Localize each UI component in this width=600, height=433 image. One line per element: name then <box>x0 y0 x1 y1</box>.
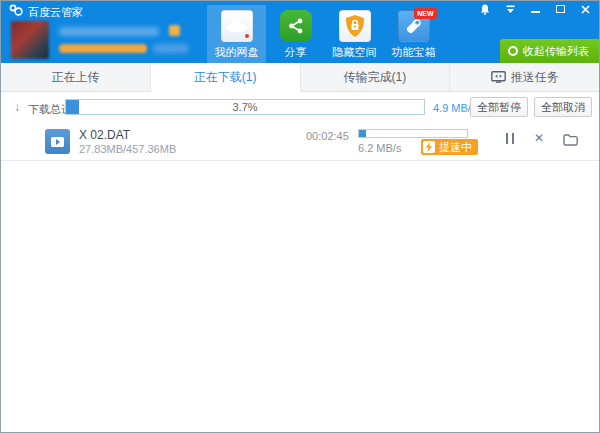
notification-bell-icon[interactable] <box>479 3 491 15</box>
username-blurred <box>59 27 159 36</box>
pause-all-button[interactable]: 全部暂停 <box>470 97 528 117</box>
empty-list-area <box>1 162 599 432</box>
avatar[interactable] <box>11 21 49 59</box>
tab-completed[interactable]: 传输完成(1) <box>301 63 451 92</box>
nav-item-hidden-space[interactable]: 隐藏空间 <box>325 5 384 63</box>
lock-shield-icon <box>339 10 371 42</box>
boost-label: 提速中 <box>439 140 472 155</box>
time-remaining: 00:02:45 <box>306 130 349 142</box>
transfer-tabbar: 正在上传 正在下载(1) 传输完成(1) 推送任务 <box>1 63 599 92</box>
open-folder-button[interactable] <box>563 132 578 150</box>
minimize-button[interactable] <box>529 3 541 15</box>
task-progress-bar <box>358 129 468 138</box>
task-speed: 6.2 MB/s <box>358 142 401 154</box>
nav-item-share[interactable]: 分享 <box>266 5 325 63</box>
collapse-circle-icon <box>508 46 518 56</box>
file-size-progress: 27.83MB/457.36MB <box>79 143 176 155</box>
nav-label: 隐藏空间 <box>333 45 377 60</box>
task-progress-fill <box>359 130 366 137</box>
new-badge: NEW <box>414 8 436 19</box>
overall-progress-bar: 3.7% <box>65 99 425 115</box>
nav-label: 功能宝箱 <box>392 45 436 60</box>
app-title: 百度云管家 <box>28 5 83 20</box>
app-window: 百度云管家 我的网 <box>0 0 600 433</box>
tab-label: 正在下载(1) <box>194 69 257 86</box>
tab-push-tasks[interactable]: 推送任务 <box>450 63 599 92</box>
share-icon <box>280 10 312 42</box>
storage-bar-blurred <box>59 44 147 53</box>
app-logo-icon <box>9 4 23 16</box>
nav-item-my-cloud[interactable]: 我的网盘 <box>207 5 266 63</box>
collapse-label: 收起传输列表 <box>523 44 589 59</box>
download-arrow-icon: ↓ <box>14 100 20 114</box>
vip-badge-blurred <box>169 25 180 36</box>
maximize-button[interactable] <box>554 3 566 15</box>
cancel-all-button[interactable]: 全部取消 <box>534 97 592 117</box>
main-menu-icon[interactable] <box>504 3 516 15</box>
nav-item-toolbox[interactable]: NEW 功能宝箱 <box>384 5 443 63</box>
lightning-icon <box>423 141 435 153</box>
storage-text-blurred <box>153 44 189 53</box>
tab-uploading[interactable]: 正在上传 <box>1 63 151 92</box>
cancel-task-button[interactable]: ✕ <box>534 131 544 145</box>
pause-task-button[interactable] <box>506 133 514 144</box>
tab-label: 正在上传 <box>51 69 99 86</box>
wrench-icon: NEW <box>398 10 430 42</box>
tab-downloading[interactable]: 正在下载(1) <box>151 63 301 92</box>
main-nav: 我的网盘 分享 隐藏空间 <box>207 5 443 63</box>
video-file-icon <box>45 129 70 154</box>
push-monitor-icon <box>491 71 506 83</box>
header: 百度云管家 我的网 <box>1 1 599 63</box>
speed-boost-badge[interactable]: 提速中 <box>421 139 478 155</box>
window-controls <box>479 3 591 15</box>
tab-label: 传输完成(1) <box>344 69 407 86</box>
download-task-row[interactable]: X 02.DAT 27.83MB/457.36MB 00:02:45 6.2 M… <box>1 122 599 161</box>
collapse-transfer-list-button[interactable]: 收起传输列表 <box>500 39 599 63</box>
nav-label: 分享 <box>285 45 307 60</box>
cloud-icon <box>221 10 253 42</box>
file-name: X 02.DAT <box>79 128 130 142</box>
overall-progress-row: ↓ 下载总进度 3.7% 4.9 MB/s 全部暂停 全部取消 <box>1 92 599 122</box>
nav-label: 我的网盘 <box>215 45 259 60</box>
overall-progress-percent: 3.7% <box>66 100 424 114</box>
notification-dot <box>245 34 249 38</box>
close-button[interactable] <box>579 3 591 15</box>
tab-label: 推送任务 <box>511 69 559 86</box>
